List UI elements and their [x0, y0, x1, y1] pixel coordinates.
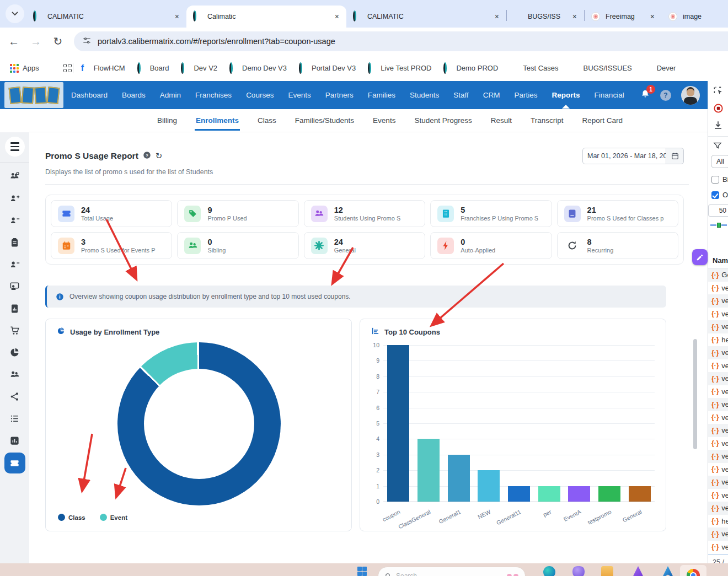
legend-item-event[interactable]: Event	[100, 514, 127, 521]
title-help-icon[interactable]: ?	[143, 151, 151, 162]
bar-General[interactable]	[629, 486, 651, 502]
tab-close-icon[interactable]: ×	[649, 12, 656, 21]
apps-shortcut[interactable]: Apps	[10, 64, 39, 73]
nav-item-boards[interactable]: Boards	[122, 91, 146, 99]
designer-icon[interactable]	[632, 566, 644, 576]
sidebar-item-user-minus-icon[interactable]	[4, 253, 26, 275]
bar-General1[interactable]	[448, 455, 470, 502]
download-icon[interactable]	[713, 120, 728, 132]
bookmark-item[interactable]: Portal Dev V3	[299, 64, 356, 73]
edge-icon[interactable]	[543, 566, 555, 576]
tab-close-icon[interactable]: ×	[571, 12, 579, 21]
reload-icon[interactable]: ↻	[50, 35, 66, 48]
address-bar[interactable]: portalv3.calibermatrix.com/#/reports/enr…	[74, 31, 728, 51]
nav-item-reports[interactable]: Reports	[552, 91, 580, 99]
start-button-icon[interactable]	[357, 567, 367, 576]
subnav-tab-class[interactable]: Class	[256, 110, 277, 131]
selector-row[interactable]: {·}ve	[708, 541, 728, 554]
selector-row[interactable]: {·}ve	[708, 463, 728, 476]
bookmark-item[interactable]: Test Cases	[510, 64, 558, 73]
taskbar-search[interactable]: Search	[378, 567, 526, 576]
chrome-taskbar-button[interactable]	[680, 565, 706, 576]
bookmark-item[interactable]: Demo PROD	[443, 64, 498, 73]
nav-item-students[interactable]: Students	[410, 91, 439, 99]
tab-close-icon[interactable]: ×	[333, 12, 341, 21]
checkbox-unchecked[interactable]	[711, 176, 719, 184]
nav-item-parties[interactable]: Parties	[515, 91, 538, 99]
slider-icon[interactable]	[710, 223, 727, 227]
nav-item-staff[interactable]: Staff	[453, 91, 469, 99]
checkbox-row-1[interactable]: Bi	[711, 175, 728, 184]
sidebar-item-pie-icon[interactable]	[4, 341, 26, 363]
subnav-tab-events[interactable]: Events	[372, 110, 397, 131]
selector-row[interactable]: {·}ve	[708, 308, 728, 321]
help-icon[interactable]: ?	[660, 90, 671, 101]
bar-EventA[interactable]	[568, 486, 590, 502]
checkbox-row-2[interactable]: O	[711, 191, 728, 199]
browser-tab[interactable]: CALIMATIC×	[26, 6, 186, 28]
sidebar-item-user-plus-icon[interactable]	[4, 187, 26, 209]
browser-tab[interactable]: CALIMATIC×	[346, 6, 506, 28]
page-scrollbar[interactable]	[693, 339, 697, 449]
tab-close-icon[interactable]: ×	[493, 12, 501, 21]
bar-ClassGeneral[interactable]	[417, 439, 440, 502]
selector-row[interactable]: {·}ve	[708, 320, 728, 333]
selector-row[interactable]: {·}ve	[708, 294, 728, 308]
subnav-tab-transcript[interactable]: Transcript	[529, 110, 565, 131]
selector-row[interactable]: {·}ve	[708, 527, 728, 541]
sidebar-item-bar-square-icon[interactable]	[4, 429, 26, 451]
folder-icon[interactable]	[601, 566, 613, 576]
bookmark-item[interactable]: Dev V2	[181, 64, 217, 73]
nav-item-dashboard[interactable]: Dashboard	[71, 91, 108, 99]
selector-row[interactable]: {·}he	[708, 333, 728, 347]
nav-item-partners[interactable]: Partners	[325, 91, 354, 99]
bar-chart[interactable]: 012345678910couponClassGeneralGeneral1NE…	[383, 345, 655, 502]
selector-row[interactable]: {·}Ge	[708, 268, 728, 282]
browser-tab[interactable]: Freeimag×	[585, 6, 662, 28]
date-range-input[interactable]: Mar 01, 2026 - Mar 18, 202	[582, 148, 666, 164]
nav-item-families[interactable]: Families	[368, 91, 395, 99]
people-app-icon[interactable]	[572, 566, 585, 576]
bookmark-item[interactable]: Live Test PROD	[368, 64, 431, 73]
edit-pencil-fab[interactable]	[692, 249, 708, 265]
selector-row[interactable]: {·}ve	[708, 346, 728, 359]
avatar[interactable]	[681, 86, 700, 105]
selector-row[interactable]: {·}ve	[708, 282, 728, 295]
selector-row[interactable]: {·}ve	[708, 411, 728, 424]
grid-icon[interactable]	[63, 64, 72, 72]
sidebar-item-people-gear-icon[interactable]	[4, 165, 26, 187]
selector-row[interactable]: {·}ve	[708, 385, 728, 399]
bar-coupon[interactable]	[387, 345, 409, 502]
nav-item-admin[interactable]: Admin	[160, 91, 181, 99]
tab-search-chevron-icon[interactable]	[6, 4, 24, 23]
calendar-icon[interactable]	[666, 148, 684, 164]
bar-General11[interactable]	[508, 486, 530, 502]
notifications-bell-icon[interactable]: 1	[640, 89, 650, 101]
legend-item-class[interactable]: Class	[58, 514, 85, 521]
element-select-icon[interactable]	[713, 86, 728, 98]
selector-row[interactable]: {·}ve	[708, 476, 728, 489]
bookmark-item[interactable]: Demo Dev V3	[229, 64, 287, 73]
donut-chart[interactable]	[117, 342, 281, 505]
nav-item-franchises[interactable]: Franchises	[195, 91, 232, 99]
title-refresh-icon[interactable]: ↻	[156, 151, 163, 161]
selector-row[interactable]: {·}ve	[708, 502, 728, 515]
bookmark-item[interactable]: Board	[137, 64, 169, 73]
filter-all-button[interactable]: All	[711, 155, 728, 168]
back-icon[interactable]: ←	[6, 35, 22, 48]
bar-testpromo[interactable]	[598, 486, 620, 502]
sidebar-item-user-minus-icon[interactable]	[4, 209, 26, 231]
browser-tab[interactable]: image	[662, 6, 710, 28]
nav-item-financial[interactable]: Financial	[595, 91, 624, 99]
browser-tab[interactable]: Calimatic×	[186, 6, 346, 28]
site-settings-icon[interactable]	[83, 36, 91, 47]
record-stop-icon[interactable]	[713, 103, 728, 115]
sidebar-item-ticket-icon[interactable]	[4, 453, 25, 473]
browser-tab[interactable]: BUGS/ISS×	[507, 6, 584, 28]
selector-row[interactable]: {·}ve	[708, 424, 728, 437]
subnav-tab-families-students[interactable]: Families/Students	[294, 110, 355, 131]
bookmark-item[interactable]: BUGS/ISSUES	[571, 64, 632, 73]
demo-logo[interactable]	[4, 82, 63, 108]
nav-item-courses[interactable]: Courses	[246, 91, 274, 99]
subnav-tab-billing[interactable]: Billing	[156, 110, 178, 131]
